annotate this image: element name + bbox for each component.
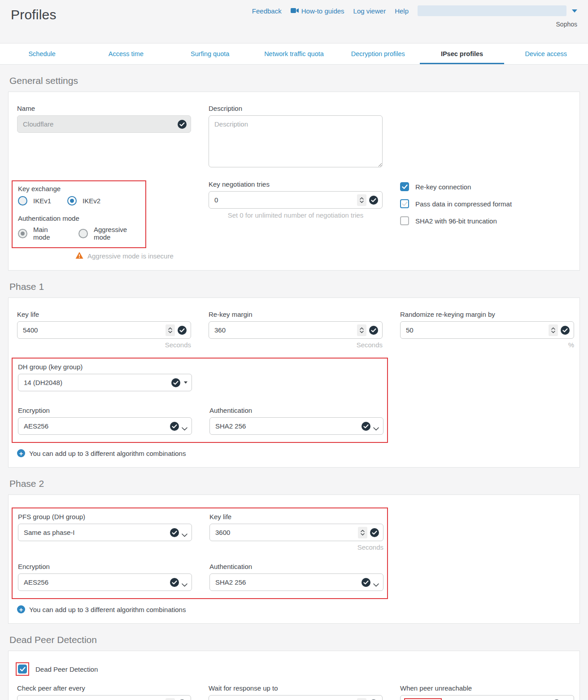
phase1-rekey-margin-input[interactable]: 360 <box>209 321 383 339</box>
warning-icon <box>75 252 83 260</box>
tab-bar: Schedule Access time Surfing quota Netwo… <box>0 43 588 65</box>
howto-guides-link[interactable]: How-to guides <box>291 7 344 15</box>
description-input[interactable] <box>209 115 383 167</box>
key-negotiation-input[interactable]: 0 <box>209 191 383 209</box>
wait-response-label: Wait for response up to <box>209 684 383 692</box>
radio-ikev2[interactable]: IKEv2 <box>67 196 100 206</box>
tab-decryption-profiles[interactable]: Decryption profiles <box>336 44 420 64</box>
compressed-format-checkbox[interactable]: Pass data in compressed format <box>400 199 574 208</box>
check-peer-field: Check peer after every 30 Seconds <box>17 684 191 700</box>
valid-check-icon <box>171 378 180 387</box>
dpd-checkbox-highlight-box <box>16 662 29 676</box>
name-field: Name Cloudflare <box>17 105 191 133</box>
sha2-truncation-checkbox[interactable]: SHA2 with 96-bit truncation <box>400 216 574 225</box>
tab-ipsec-profiles[interactable]: IPsec profiles <box>420 44 504 64</box>
feedback-link[interactable]: Feedback <box>252 7 282 15</box>
phase1-rekey-margin-label: Re-key margin <box>209 311 383 318</box>
unit-label: % <box>400 341 574 349</box>
general-options: Re-key connection Pass data in compresse… <box>400 182 574 233</box>
tab-network-traffic-quota[interactable]: Network traffic quota <box>252 44 336 64</box>
rekey-connection-checkbox[interactable]: Re-key connection <box>400 182 574 191</box>
add-icon: + <box>17 449 25 457</box>
key-exchange-highlight-box: Key exchange IKEv1 IKEv2 Authentication … <box>12 180 146 248</box>
phase2-heading: Phase 2 <box>9 478 577 489</box>
phase1-dh-group-field: DH group (key group) 14 (DH2048) <box>18 363 192 391</box>
phase1-heading: Phase 1 <box>9 281 577 292</box>
valid-check-icon <box>370 528 379 537</box>
wait-response-input[interactable]: 120 <box>209 695 383 700</box>
general-settings-heading: General settings <box>9 75 577 86</box>
dpd-toggle-label: Dead Peer Detection <box>35 665 98 673</box>
checkbox-empty-icon <box>400 216 409 225</box>
phase2-encryption-label: Encryption <box>18 563 192 570</box>
stepper-icon[interactable] <box>166 324 175 336</box>
peer-unreachable-select[interactable]: Re-initiate <box>400 695 574 700</box>
log-viewer-link[interactable]: Log viewer <box>353 7 386 15</box>
phase2-pfs-group-label: PFS group (DH group) <box>18 513 192 521</box>
phase2-algorithm-highlight-box: PFS group (DH group) Same as phase-I Key… <box>12 508 388 599</box>
phase1-dh-group-select[interactable]: 14 (DH2048) <box>18 374 192 391</box>
phase2-add-combination-note[interactable]: + You can add up to 3 different algorith… <box>17 605 571 613</box>
help-link[interactable]: Help <box>395 7 409 15</box>
phase1-authentication-select[interactable]: SHA2 256 <box>209 417 383 435</box>
valid-check-icon <box>369 196 378 205</box>
stepper-icon[interactable] <box>357 324 366 336</box>
chevron-down-icon <box>572 9 577 13</box>
key-exchange-label: Key exchange <box>18 185 140 192</box>
stepper-icon[interactable] <box>549 324 558 336</box>
phase2-encryption-field: Encryption AES256 <box>18 563 192 591</box>
tab-schedule[interactable]: Schedule <box>0 44 84 64</box>
phase1-card: Key life 5400 Seconds Re-key margin 360 … <box>8 298 580 468</box>
valid-check-icon <box>362 578 370 587</box>
chevron-down-icon <box>373 424 379 428</box>
dpd-heading: Dead Peer Detection <box>9 634 577 645</box>
phase1-key-life-label: Key life <box>17 311 191 318</box>
stepper-icon[interactable] <box>357 194 366 206</box>
phase1-key-life-input[interactable]: 5400 <box>17 321 191 339</box>
check-peer-input[interactable]: 30 <box>17 695 191 700</box>
radio-ikev1[interactable]: IKEv1 <box>18 196 51 206</box>
key-negotiation-label: Key negotiation tries <box>209 180 383 188</box>
phase1-add-combination-note[interactable]: + You can add up to 3 different algorith… <box>17 449 571 457</box>
description-field: Description <box>209 105 383 169</box>
phase2-key-life-field: Key life 3600 Seconds <box>209 513 383 551</box>
name-input: Cloudflare <box>17 115 191 133</box>
header-right: Feedback How-to guides Log viewer Help S… <box>252 5 577 28</box>
tab-access-time[interactable]: Access time <box>84 44 168 64</box>
phase2-key-life-label: Key life <box>209 513 383 521</box>
radio-ikev1-circle <box>18 196 27 206</box>
aggressive-mode-warning: Aggressive mode is insecure <box>75 252 191 260</box>
phase1-randomize-input[interactable]: 50 <box>400 321 574 339</box>
stepper-icon[interactable] <box>357 698 366 700</box>
stepper-icon[interactable] <box>358 527 367 538</box>
dpd-checkbox[interactable] <box>18 665 27 674</box>
phase1-dh-group-label: DH group (key group) <box>18 363 192 371</box>
phase2-encryption-select[interactable]: AES256 <box>18 573 192 591</box>
phase2-authentication-select[interactable]: SHA2 256 <box>209 573 383 591</box>
account-selector[interactable] <box>418 5 577 16</box>
valid-check-icon <box>362 422 370 431</box>
key-negotiation-help: Set 0 for unlimited number of negotiatio… <box>209 211 383 219</box>
chevron-down-icon <box>182 531 187 534</box>
phase1-encryption-select[interactable]: AES256 <box>18 417 192 435</box>
tab-surfing-quota[interactable]: Surfing quota <box>168 44 252 64</box>
radio-main-mode-circle <box>18 229 27 238</box>
phase2-pfs-group-select[interactable]: Same as phase-I <box>18 524 192 541</box>
stepper-icon[interactable] <box>166 698 175 700</box>
checkbox-outline-icon <box>400 199 409 208</box>
dpd-card: Dead Peer Detection Check peer after eve… <box>8 651 580 700</box>
valid-check-icon <box>170 578 179 587</box>
valid-check-icon <box>178 120 187 129</box>
valid-check-icon <box>561 326 570 335</box>
phase1-encryption-field: Encryption AES256 <box>18 407 192 435</box>
unit-label: Seconds <box>209 341 383 349</box>
phase1-encryption-label: Encryption <box>18 407 192 414</box>
phase2-pfs-group-field: PFS group (DH group) Same as phase-I <box>18 513 192 541</box>
phase2-key-life-input[interactable]: 3600 <box>209 524 383 541</box>
phase2-authentication-field: Authentication SHA2 256 <box>209 563 383 591</box>
phase1-randomize-field: Randomize re-keying margin by 50 % <box>400 311 574 349</box>
peer-unreachable-field: When peer unreachable Re-initiate <box>400 684 574 700</box>
chevron-down-icon <box>373 581 379 584</box>
unit-label: Seconds <box>209 543 383 551</box>
tab-device-access[interactable]: Device access <box>504 44 588 64</box>
